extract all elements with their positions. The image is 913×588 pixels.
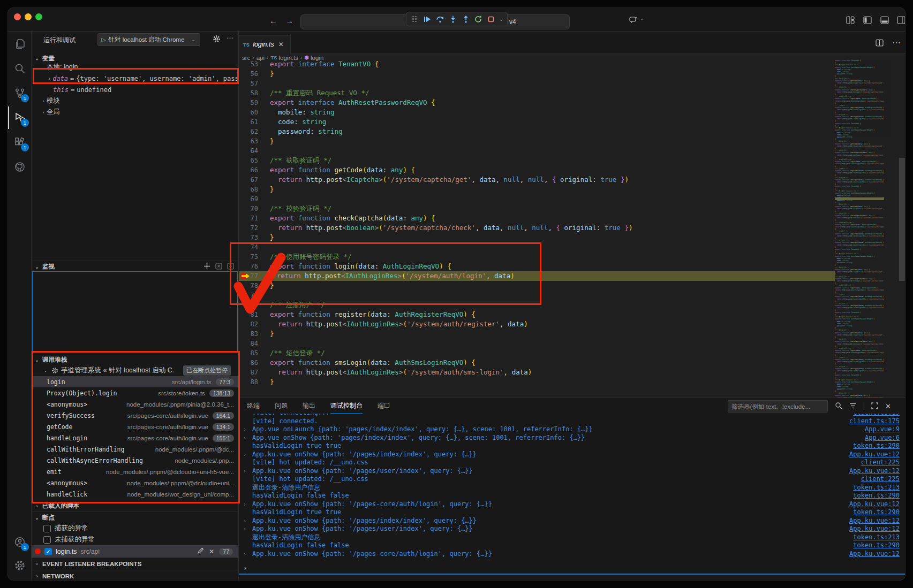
source-link[interactable]: client:225: [861, 475, 900, 484]
expand-icon[interactable]: ›: [243, 525, 246, 533]
search-icon[interactable]: [835, 402, 842, 411]
variables-group-global[interactable]: ›全局: [32, 106, 238, 118]
console-row[interactable]: hasValidLogin false falsetoken.ts:290: [239, 492, 906, 500]
call-stack-section-header[interactable]: ⌄调用堆栈: [32, 354, 238, 365]
zoom-window-button[interactable]: [35, 13, 42, 20]
toolbar-more-icon[interactable]: ⌄: [499, 13, 504, 25]
breakpoint-checkbox[interactable]: ✓: [44, 548, 52, 555]
source-link[interactable]: token.ts:213: [853, 484, 900, 492]
activity-files-icon[interactable]: [8, 33, 32, 55]
code-line-58[interactable]: 58/** 重置密码 Request VO */: [239, 88, 835, 98]
source-link[interactable]: token.ts:213: [853, 533, 900, 542]
variable-row-this[interactable]: this=undefined: [32, 84, 238, 95]
activity-source-control-icon[interactable]: 1: [8, 82, 32, 104]
console-row[interactable]: 退出登录-清除用户信息token.ts:213: [239, 484, 906, 492]
launch-config-dropdown[interactable]: ▷ 针对 localhost 启动 Chrome ⌄: [97, 33, 200, 46]
copilot-chat-icon[interactable]: [629, 16, 638, 26]
activity-account-icon[interactable]: 1: [8, 531, 32, 553]
code-line-67[interactable]: 67 return http.post<ICaptcha>('/system/c…: [239, 175, 835, 185]
minimap[interactable]: export interface TenantVO {}/** 重置密码 Req…: [835, 59, 884, 398]
maximize-panel-icon[interactable]: [871, 402, 878, 411]
current-breakpoint-icon[interactable]: [240, 273, 251, 279]
network-section-header[interactable]: ›NETWORK: [32, 570, 238, 581]
panel-tab-问题[interactable]: 问题: [275, 398, 288, 414]
debug-console-output[interactable]: [vite] connecting...client.ts:19[vite] c…: [239, 414, 906, 563]
split-editor-icon[interactable]: [876, 39, 884, 49]
console-row[interactable]: ›App.ku.vue onShow {path: '/pages/user/i…: [239, 467, 906, 476]
toggle-primary-sidebar-icon[interactable]: [863, 16, 872, 26]
code-line-80[interactable]: 80/** 注册用户 */: [239, 300, 835, 310]
back-icon[interactable]: ←: [269, 17, 277, 25]
variables-scope-row[interactable]: ⌄本地: login: [32, 62, 238, 73]
restart-icon[interactable]: [473, 13, 484, 25]
console-row[interactable]: hasValidLogin true truetoken.ts:290: [239, 508, 906, 517]
code-line-64[interactable]: 64: [239, 146, 835, 156]
stack-frame-row[interactable]: callWithAsyncErrorHandlingnode_modules/.…: [32, 455, 238, 466]
customize-layout-icon[interactable]: [846, 16, 855, 26]
source-link[interactable]: App.ku.vue:12: [849, 500, 900, 509]
source-link[interactable]: token.ts:290: [853, 541, 900, 550]
panel-tab-调试控制台[interactable]: 调试控制台: [330, 398, 363, 414]
stop-icon[interactable]: [486, 13, 497, 25]
code-line-65[interactable]: 65/** 获取验证码 */: [239, 156, 835, 165]
activity-extensions-icon[interactable]: 1: [8, 131, 32, 154]
uncaught-exceptions-option[interactable]: 未捕获的异常: [32, 534, 238, 545]
console-row[interactable]: 退出登录-清除用户信息token.ts:213: [239, 533, 906, 542]
variables-group-modules[interactable]: ›模块: [32, 95, 238, 106]
code-line-85[interactable]: 85/** 短信登录 */: [239, 348, 835, 358]
debug-settings-gear-icon[interactable]: [213, 35, 221, 44]
add-expression-icon[interactable]: [203, 263, 210, 271]
expand-icon[interactable]: ›: [243, 450, 246, 459]
edit-breakpoint-icon[interactable]: [197, 547, 204, 556]
collapse-all-icon[interactable]: [227, 263, 234, 271]
code-line-53[interactable]: 53export interface TenantVO {: [239, 59, 835, 69]
expand-icon[interactable]: ›: [243, 425, 246, 434]
stack-frame-row[interactable]: getCodesrc/pages-core/auth/login.vue134:…: [32, 421, 238, 432]
code-line-56[interactable]: 56}: [239, 69, 835, 79]
console-row[interactable]: ›App.vue onShow {path: 'pages/index/inde…: [239, 434, 906, 442]
sidebar-more-icon[interactable]: ⋯: [227, 34, 233, 42]
code-area[interactable]: 53export interface TenantVO {56}5758/** …: [239, 59, 906, 398]
source-link[interactable]: App.ku.vue:12: [849, 550, 900, 559]
copilot-chevron-icon[interactable]: ⌄: [640, 16, 644, 21]
source-link[interactable]: App.ku.vue:12: [849, 525, 900, 533]
code-line-74[interactable]: 74: [239, 242, 835, 252]
step-out-icon[interactable]: [460, 13, 471, 25]
source-link[interactable]: token.ts:290: [853, 442, 900, 450]
step-over-icon[interactable]: [435, 13, 446, 25]
stack-frame-row[interactable]: Proxy(Object).loginsrc/store/token.ts138…: [32, 387, 238, 399]
uncaught-exceptions-checkbox[interactable]: [43, 536, 51, 544]
caught-exceptions-option[interactable]: 捕获的异常: [32, 523, 238, 534]
code-line-68[interactable]: 68}: [239, 185, 835, 194]
stack-frame-row[interactable]: emitnode_modules/.pnpm/@dcloudio+uni-h5-…: [32, 466, 238, 477]
code-line-82[interactable]: 82 return http.post<IAuthLoginRes>('/sys…: [239, 319, 835, 329]
code-line-86[interactable]: 86export function smsLogin(data: AuthSms…: [239, 358, 835, 368]
remove-breakpoint-icon[interactable]: ✕: [209, 548, 214, 555]
code-line-69[interactable]: 69: [239, 194, 835, 204]
code-line-72[interactable]: 72 return http.post<boolean>('/system/ca…: [239, 223, 835, 233]
source-link[interactable]: client.ts:175: [849, 417, 900, 426]
close-panel-icon[interactable]: ✕: [885, 402, 891, 410]
editor-more-icon[interactable]: ⋯: [892, 39, 901, 49]
watch-panel-body[interactable]: [32, 271, 238, 353]
caught-exceptions-checkbox[interactable]: [43, 525, 51, 532]
stack-frame-row[interactable]: callWithErrorHandlingnode_modules/.pnpm/…: [32, 444, 238, 455]
breakpoints-section-header[interactable]: ⌄断点: [32, 511, 238, 523]
code-line-76[interactable]: 76export function login(data: AuthLoginR…: [239, 262, 835, 271]
console-row[interactable]: ›App.vue onLaunch {path: 'pages/index/in…: [239, 425, 906, 434]
source-link[interactable]: token.ts:290: [853, 508, 900, 517]
stack-frame-row[interactable]: <anonymous>node_modules/.pnpm/@dcloudio+…: [32, 477, 238, 488]
code-line-83[interactable]: 83}: [239, 329, 835, 339]
tab-login-ts[interactable]: TS login.ts ✕: [239, 35, 291, 54]
stack-frame-row[interactable]: handleClicknode_modules/wot_design_uni/c…: [32, 488, 238, 500]
console-row[interactable]: [vite] connected.client.ts:175: [239, 417, 906, 426]
code-line-57[interactable]: 57: [239, 79, 835, 88]
panel-tab-端口[interactable]: 端口: [378, 398, 390, 414]
code-line-66[interactable]: 66export function getCode(data: any) {: [239, 165, 835, 175]
toggle-panel-icon[interactable]: [880, 16, 889, 26]
start-debug-icon[interactable]: ▷: [101, 36, 105, 43]
code-line-70[interactable]: 70/** 校验验证码 */: [239, 204, 835, 213]
code-line-73[interactable]: 73}: [239, 233, 835, 242]
source-link[interactable]: App.ku.vue:12: [849, 517, 900, 525]
source-link[interactable]: App.vue:9: [865, 425, 900, 434]
